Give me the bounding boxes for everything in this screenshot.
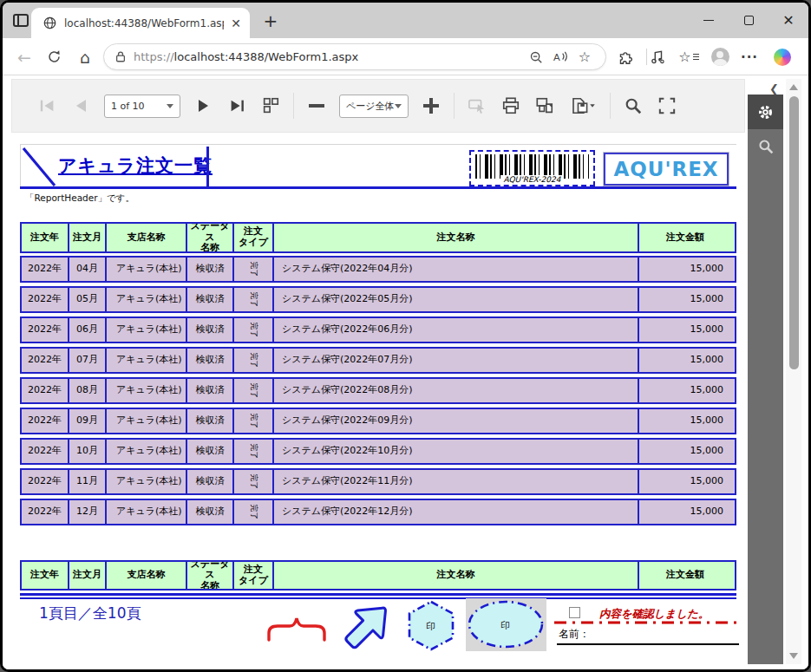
zoom-in-button[interactable] [420, 95, 442, 117]
table-cell: 検収済 [187, 318, 234, 342]
table-cell: システム保守(2022年12月分) [274, 500, 639, 524]
scroll-up-arrow[interactable] [789, 84, 798, 90]
scrollbar-thumb[interactable] [789, 96, 799, 369]
page-indicator: 1 of 10 [111, 101, 145, 112]
column-header: 注文年 [22, 562, 69, 589]
tab-strip: localhost:44388/WebForm1.aspx ✕ + ✕ [3, 3, 808, 38]
search-panel-icon[interactable] [748, 129, 783, 164]
table-cell: 完了 [234, 440, 274, 463]
column-header: 注文月 [69, 224, 107, 251]
ellipse-stamp-panel: 印 [466, 598, 546, 651]
first-page-button[interactable] [36, 95, 59, 117]
zoom-out-button[interactable] [305, 95, 328, 117]
orders-table: 注文年注文月支店名称ステータス 名称注文 タイプ注文名称注文金額2022年04月… [20, 222, 736, 529]
print-button[interactable] [500, 95, 522, 117]
extensions-icon[interactable] [612, 38, 639, 75]
svg-text:A: A [553, 52, 560, 62]
reload-button[interactable] [41, 38, 67, 75]
minimize-button[interactable] [689, 3, 729, 38]
zoom-mode-value: ページ全体 [346, 100, 395, 113]
table-cell: 15,000 [639, 440, 731, 463]
table-cell: 完了 [234, 288, 274, 311]
tab-title: localhost:44388/WebForm1.aspx [64, 17, 224, 29]
table-cell: システム保守(2022年04月分) [274, 258, 639, 281]
header-rule [20, 186, 736, 189]
confirm-checkbox[interactable] [569, 607, 580, 618]
column-header: 注文名称 [274, 562, 639, 589]
browser-tab[interactable]: localhost:44388/WebForm1.aspx ✕ [31, 8, 250, 38]
previous-page-button[interactable] [70, 95, 93, 117]
address-bar[interactable]: https://localhost:44388/WebForm1.aspx A … [103, 43, 606, 70]
table-cell: 完了 [234, 470, 274, 493]
table-cell: アキュラ(本社) [107, 500, 187, 524]
export-save-button[interactable] [567, 95, 598, 117]
zoom-mode-combobox[interactable]: ページ全体 [339, 95, 409, 118]
column-header: 支店名称 [107, 562, 187, 589]
stamp-text: 印 [426, 620, 435, 633]
table-cell: 10月 [69, 440, 107, 463]
url-text[interactable]: https://localhost:44388/WebForm1.aspx [134, 50, 524, 63]
parameters-gear-icon[interactable] [748, 95, 783, 129]
new-tab-button[interactable]: + [259, 10, 282, 31]
vertical-scrollbar[interactable] [786, 79, 801, 664]
copilot-icon[interactable] [768, 38, 796, 75]
next-page-button[interactable] [192, 95, 214, 117]
last-page-button[interactable] [226, 95, 248, 117]
table-cell: 2022年 [22, 440, 69, 463]
report-header-note: 「ReportHeader」です。 [25, 192, 134, 205]
report-page: アキュラ注文一覧 AQU'REX-2024 AQU'REX 「ReportHea… [13, 134, 746, 657]
search-button[interactable] [622, 95, 644, 117]
multipage-view-button[interactable] [259, 95, 282, 117]
window-close-button[interactable]: ✕ [768, 3, 808, 38]
page-number-combobox[interactable]: 1 of 10 [104, 95, 180, 118]
favorites-bar-icon[interactable]: ☆ [675, 38, 703, 75]
print-layout-button[interactable] [533, 95, 556, 117]
page-counter: 1頁目／全10頁 [39, 603, 141, 623]
table-cell: 完了 [234, 379, 274, 402]
tab-close-icon[interactable]: ✕ [231, 16, 241, 30]
table-cell: 15,000 [639, 288, 731, 311]
table-cell: アキュラ(本社) [107, 409, 187, 433]
divider [293, 93, 294, 119]
read-aloud-icon[interactable]: A [548, 50, 572, 64]
table-cell: 完了 [234, 500, 274, 524]
table-cell: アキュラ(本社) [107, 379, 187, 402]
table-row: 2022年08月アキュラ(本社)検収済完了システム保守(2022年08月分)15… [20, 377, 736, 404]
chevron-down-icon [167, 104, 173, 108]
table-cell: 15,000 [639, 500, 731, 524]
settings-more-icon[interactable]: ··· [736, 38, 763, 75]
header-divider-line [206, 147, 209, 186]
table-cell: 2022年 [22, 409, 69, 433]
home-button[interactable]: ⌂ [72, 38, 98, 75]
table-cell: アキュラ(本社) [107, 258, 187, 281]
table-cell: 15,000 [639, 470, 731, 493]
table-cell: 07月 [69, 349, 107, 372]
selection-tool-button[interactable] [466, 95, 488, 117]
zoom-out-icon[interactable] [524, 50, 548, 64]
table-cell: システム保守(2022年07月分) [274, 349, 639, 372]
workspaces-icon[interactable] [13, 14, 29, 27]
column-header: 注文名称 [274, 224, 639, 251]
maximize-button[interactable] [729, 3, 768, 38]
table-cell: 09月 [69, 409, 107, 433]
browser-essentials-icon[interactable] [644, 38, 671, 75]
collapse-panel-chevron[interactable]: ❮ [769, 82, 779, 95]
table-cell: 検収済 [187, 409, 234, 433]
back-button[interactable]: ← [11, 38, 37, 75]
table-cell: 06月 [69, 318, 107, 342]
table-cell: 検収済 [187, 500, 234, 524]
table-cell: アキュラ(本社) [107, 349, 187, 372]
table-row: 2022年09月アキュラ(本社)検収済完了システム保守(2022年09月分)15… [20, 408, 736, 434]
column-header: 注文 タイプ [234, 562, 274, 589]
column-header: ステータス 名称 [187, 562, 234, 589]
table-cell: 検収済 [187, 379, 234, 402]
table-cell: 15,000 [639, 349, 731, 372]
table-cell: 15,000 [639, 379, 731, 402]
favorite-star-icon[interactable]: ☆ [572, 49, 597, 65]
scroll-down-arrow[interactable] [789, 653, 798, 659]
table-cell: 2022年 [22, 500, 69, 524]
fullscreen-button[interactable] [656, 95, 678, 117]
profile-avatar[interactable] [706, 38, 734, 75]
report-viewer: 1 of 10 ページ全体 [3, 75, 808, 669]
divider [454, 93, 455, 119]
